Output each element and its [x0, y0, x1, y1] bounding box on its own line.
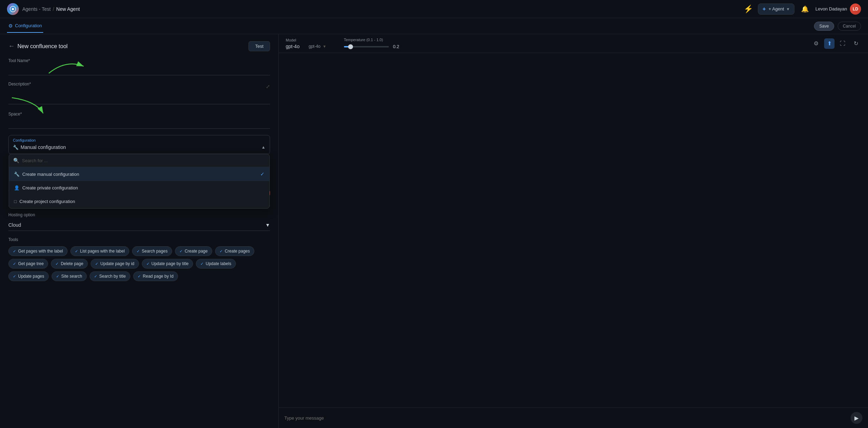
hosting-option-label: Hosting option [8, 212, 270, 217]
cancel-button[interactable]: Cancel [838, 22, 861, 31]
sub-nav: ⚙ Configuration Save Cancel [0, 18, 868, 34]
notification-bell-button[interactable]: 🔔 [799, 3, 811, 15]
tool-label-0: Get pages with the label [18, 249, 63, 254]
tool-chip-2[interactable]: ✓ Search pages [132, 246, 172, 256]
chevron-down-icon: ▼ [786, 7, 790, 11]
wrench-icon: 🔧 [13, 145, 18, 150]
tools-title: Tools [8, 237, 270, 242]
manual-config-label: Manual configuration [21, 144, 66, 150]
check-icon: ✓ [179, 249, 183, 254]
space-field: Space* [8, 112, 270, 129]
send-button[interactable]: ▶ [851, 412, 862, 424]
description-label: Description* [8, 82, 270, 87]
model-field: Model gpt-4o gpt-4o ▼ [286, 38, 327, 49]
check-icon: ✓ [13, 249, 16, 254]
tools-grid: ✓ Get pages with the label ✓ List pages … [8, 246, 270, 281]
chevron-down-icon: ▼ [265, 222, 270, 228]
activity-icon: ⚡ [744, 5, 753, 14]
temperature-row: 0.2 [344, 44, 403, 49]
dropdown-item-2[interactable]: □ Create project configuration [9, 195, 269, 208]
fullscreen-button[interactable]: ⛶ [837, 38, 848, 49]
search-icon: 🔍 [13, 158, 19, 163]
tool-chip-13[interactable]: ✓ Read page by Id [133, 271, 178, 281]
model-actions: ⚙ ⬆ ⛶ ↻ [811, 38, 861, 49]
project-icon-2: □ [14, 199, 17, 204]
check-icon: ✓ [56, 274, 59, 279]
add-agent-button[interactable]: + + Agent ▼ [758, 3, 794, 15]
dropdown-item-1[interactable]: 👤 Create private configuration [9, 181, 269, 195]
tool-chip-8[interactable]: ✓ Update page by title [142, 259, 193, 269]
dropdown-item-0[interactable]: 🔧 Create manual configuration ✓ [9, 167, 269, 181]
chat-input[interactable] [284, 415, 846, 421]
tool-chip-7[interactable]: ✓ Update page by id [91, 259, 139, 269]
tab-configuration-label: Configuration [15, 23, 42, 28]
model-label: Model [286, 38, 327, 42]
space-input[interactable] [8, 119, 270, 129]
tool-label-7: Update page by id [100, 261, 134, 266]
back-button[interactable]: ← [8, 43, 15, 50]
model-selector[interactable]: gpt-4o gpt-4o ▼ [286, 44, 327, 49]
tool-chip-3[interactable]: ✓ Create page [175, 246, 212, 256]
chat-area [279, 53, 868, 407]
refresh-button[interactable]: ↻ [851, 38, 861, 49]
tool-name-input[interactable] [8, 65, 270, 75]
send-icon: ▶ [854, 415, 859, 421]
chat-input-bar: ▶ [279, 407, 868, 428]
space-label: Space* [8, 112, 270, 117]
temperature-label: Temperature (0.1 - 1.0) [344, 38, 403, 42]
panel-header: ← New confluence tool Test [8, 41, 270, 51]
config-search-input[interactable] [22, 158, 265, 163]
check-icon: ✓ [138, 274, 141, 279]
dropdown-label-1: Create private configuration [22, 185, 78, 190]
tool-chip-12[interactable]: ✓ Search by title [90, 271, 130, 281]
temperature-value: 0.2 [393, 44, 403, 49]
tool-chip-1[interactable]: ✓ List pages with the label [70, 246, 129, 256]
save-button[interactable]: Save [814, 22, 834, 31]
check-icon: ✓ [13, 274, 16, 279]
avatar: LD [850, 3, 861, 15]
description-input[interactable] [8, 89, 270, 104]
expand-icon: ⤢ [266, 84, 270, 89]
config-search-box: 🔍 [9, 154, 269, 167]
tool-label-2: Search pages [142, 249, 168, 254]
tool-chip-4[interactable]: ✓ Create pages [215, 246, 254, 256]
check-icon: ✓ [75, 249, 78, 254]
tool-label-9: Update labels [206, 261, 231, 266]
top-nav-left: Agents - Test / New Agent [7, 3, 80, 15]
dropdown-item-left-0: 🔧 Create manual configuration [14, 172, 79, 177]
dropdown-label-0: Create manual configuration [22, 172, 79, 177]
tool-chip-11[interactable]: ✓ Site search [52, 271, 87, 281]
hosting-select[interactable]: Cloud ▼ [8, 219, 270, 231]
hosting-value: Cloud [8, 222, 21, 228]
tool-label-4: Create pages [225, 249, 250, 254]
tool-chip-0[interactable]: ✓ Get pages with the label [8, 246, 68, 256]
test-button[interactable]: Test [248, 41, 270, 51]
tool-label-10: Update pages [18, 274, 44, 279]
tool-name-label: Tool Name* [8, 58, 270, 63]
check-icon: ✓ [200, 262, 203, 266]
tab-configuration[interactable]: ⚙ Configuration [7, 20, 43, 33]
breadcrumb-parent[interactable]: Agents - Test [22, 6, 51, 12]
description-field: Description* ⤢ [8, 82, 270, 105]
plus-icon: + [762, 6, 766, 12]
tool-chip-6[interactable]: ✓ Delete page [51, 259, 88, 269]
gear-icon: ⚙ [8, 23, 13, 29]
configuration-section: Configuration 🔧 Manual configuration ▲ 🔍… [8, 135, 270, 154]
model-bar: Model gpt-4o gpt-4o ▼ Temperature (0.1 -… [279, 34, 868, 53]
settings-button[interactable]: ⚙ [811, 38, 821, 49]
tool-chip-5[interactable]: ✓ Get page tree [8, 259, 48, 269]
tool-label-13: Read page by Id [143, 274, 174, 279]
dropdown-label-2: Create project configuration [20, 199, 75, 204]
tool-chip-9[interactable]: ✓ Update labels [196, 259, 236, 269]
check-icon: ✓ [95, 262, 98, 266]
check-icon: ✓ [146, 262, 149, 266]
tool-label-6: Delete page [61, 261, 83, 266]
check-icon: ✓ [220, 249, 223, 254]
panel-title-row: ← New confluence tool [8, 43, 68, 50]
tool-name-field: Tool Name* [8, 58, 270, 75]
check-icon: ✓ [55, 262, 59, 266]
expand-chat-button[interactable]: ⬆ [824, 38, 835, 49]
config-dropdown-trigger[interactable]: 🔧 Manual configuration ▲ [9, 142, 270, 154]
tool-chip-10[interactable]: ✓ Update pages [8, 271, 49, 281]
temperature-slider[interactable] [344, 46, 389, 47]
